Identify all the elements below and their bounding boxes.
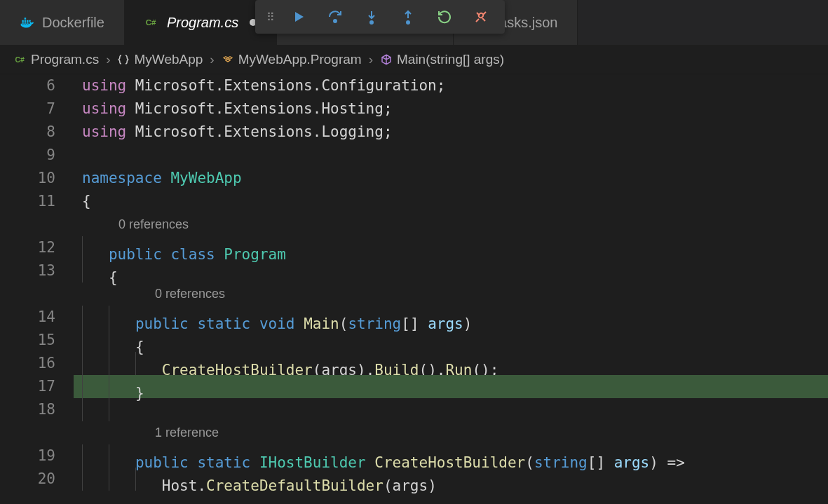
tab-dockerfile[interactable]: Dockerfile <box>0 0 125 45</box>
breadcrumb-class[interactable]: MyWebApp.Program <box>222 52 362 67</box>
restart-button[interactable] <box>426 3 463 31</box>
code-line[interactable]: public static IHostBuilder CreateHostBui… <box>74 444 828 468</box>
chevron-right-icon: › <box>210 52 214 67</box>
breadcrumb-label: MyWebApp.Program <box>238 52 362 67</box>
class-icon <box>222 53 234 66</box>
line-number: 6 <box>0 74 55 97</box>
line-number: 18 <box>0 398 55 421</box>
line-number: 11 <box>0 190 55 213</box>
line-number: 13 <box>0 259 55 282</box>
breadcrumb-namespace[interactable]: MyWebApp <box>117 52 203 67</box>
codelens[interactable]: 0 references <box>74 213 828 236</box>
code-line[interactable] <box>74 398 828 421</box>
code-line[interactable]: { <box>74 329 828 352</box>
csharp-icon: C# <box>14 53 27 66</box>
line-number: 12 <box>0 236 55 259</box>
tab-label: Program.cs <box>167 15 238 31</box>
code-line[interactable]: Host.CreateDefaultBuilder(args) <box>74 468 828 491</box>
chevron-right-icon: › <box>369 52 373 67</box>
breadcrumb-label: MyWebApp <box>134 52 203 67</box>
line-number: 14 <box>0 306 55 329</box>
method-icon <box>380 53 393 66</box>
tab-label: Dockerfile <box>42 15 104 31</box>
debug-toolbar: ⠿ <box>255 0 505 34</box>
code-line[interactable]: } <box>74 375 828 398</box>
code-line[interactable]: namespace MyWebApp <box>74 167 828 190</box>
code-line[interactable]: using Microsoft.Extensions.Configuration… <box>74 74 828 97</box>
svg-point-2 <box>370 21 373 24</box>
code-line[interactable]: { <box>74 259 828 282</box>
code-line[interactable]: public static void Main(string[] args) <box>74 306 828 329</box>
line-number: 10 <box>0 167 55 190</box>
line-number: 19 <box>0 444 55 468</box>
codelens[interactable]: 1 reference <box>74 421 828 444</box>
line-number: 8 <box>0 121 55 144</box>
braces-icon <box>117 53 130 66</box>
line-number: 9 <box>0 144 55 167</box>
breadcrumb-method[interactable]: Main(string[] args) <box>380 52 504 67</box>
code-line[interactable]: using Microsoft.Extensions.Hosting; <box>74 97 828 121</box>
code-area[interactable]: using Microsoft.Extensions.Configuration… <box>74 74 828 504</box>
editor[interactable]: 67891011121314151617181920 using Microso… <box>0 74 828 504</box>
code-line[interactable]: CreateHostBuilder(args).Build().Run(); <box>74 352 828 375</box>
line-number <box>0 282 55 306</box>
step-into-button[interactable] <box>353 3 390 31</box>
line-gutter: 67891011121314151617181920 <box>0 74 74 504</box>
breadcrumb-label: Main(string[] args) <box>397 52 504 67</box>
line-number: 15 <box>0 329 55 352</box>
csharp-icon: C# <box>144 15 158 29</box>
line-number: 17 <box>0 375 55 398</box>
breadcrumb-label: Program.cs <box>31 52 99 67</box>
svg-point-1 <box>334 20 337 22</box>
code-line[interactable]: public class Program <box>74 236 828 259</box>
disconnect-button[interactable] <box>463 3 499 31</box>
continue-button[interactable] <box>280 3 317 31</box>
code-line[interactable] <box>74 144 828 167</box>
breadcrumb: C# Program.cs › MyWebApp › MyWebApp.Prog… <box>0 45 828 74</box>
codelens[interactable]: 0 references <box>74 282 828 306</box>
breadcrumb-file[interactable]: C# Program.cs <box>14 52 99 67</box>
drag-handle-icon[interactable]: ⠿ <box>261 11 280 24</box>
line-number <box>0 213 55 236</box>
line-number: 7 <box>0 97 55 121</box>
code-line[interactable]: { <box>74 190 828 213</box>
docker-icon <box>20 15 34 29</box>
line-number: 16 <box>0 352 55 375</box>
step-over-button[interactable] <box>317 3 353 31</box>
svg-text:C#: C# <box>146 18 156 27</box>
step-out-button[interactable] <box>390 3 426 31</box>
tab-program-cs[interactable]: C# Program.cs <box>125 0 277 45</box>
chevron-right-icon: › <box>106 52 110 67</box>
svg-text:C#: C# <box>15 55 25 63</box>
line-number <box>0 421 55 444</box>
line-number: 20 <box>0 468 55 491</box>
code-line[interactable]: using Microsoft.Extensions.Logging; <box>74 121 828 144</box>
svg-point-3 <box>407 21 409 24</box>
